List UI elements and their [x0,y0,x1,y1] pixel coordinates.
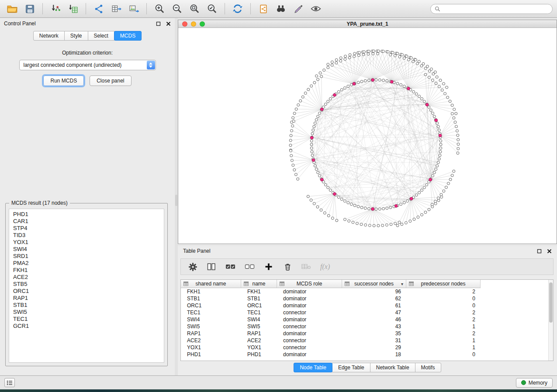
table-cell[interactable]: 31 [342,337,406,344]
table-row[interactable]: SWI4SWI4dominator462 [181,316,553,323]
import-network-button[interactable] [48,2,63,16]
table-row[interactable]: SWI5SWI5connector431 [181,323,553,330]
table-cell[interactable]: STB1 [241,295,277,302]
table-cell[interactable]: ORC1 [241,302,277,309]
optimization-criterion-select[interactable]: largest connected component (undirected) [19,60,156,70]
table-row[interactable]: TEC1TEC1connector472 [181,309,553,316]
table-cell[interactable]: 0 [406,295,481,302]
style-button[interactable] [291,2,306,16]
zoom-fit-button[interactable] [187,2,202,16]
table-settings-button[interactable] [188,261,197,272]
column-header-shared-name[interactable]: shared name [181,280,241,288]
table-cell[interactable]: 46 [342,316,406,323]
import-table-button[interactable] [65,2,81,16]
table-cell[interactable]: 2 [406,330,481,337]
mcds-result-item[interactable]: SWI4 [13,246,164,253]
table-cell[interactable]: dominator [277,302,342,309]
table-cell[interactable]: 29 [342,344,406,351]
table-cell[interactable]: SWI5 [181,323,241,330]
mcds-result-item[interactable]: STP4 [13,225,164,232]
table-cell[interactable]: YOX1 [181,344,241,351]
zoom-in-button[interactable] [152,2,167,16]
search-input[interactable] [443,6,548,12]
table-cell[interactable]: 43 [342,323,406,330]
show-panels-button[interactable] [4,378,15,387]
table-cell[interactable]: SWI4 [181,316,241,323]
table-cell[interactable]: dominator [277,288,342,295]
sort-arrow-icon[interactable]: ▾ [401,282,403,286]
mcds-result-item[interactable]: STB1 [13,302,164,309]
maximize-window-icon[interactable] [200,21,205,27]
table-cell[interactable]: ACE2 [241,337,277,344]
table-row[interactable]: STB1STB1dominator620 [181,295,553,302]
open-file-button[interactable] [4,2,20,16]
column-header-predecessor-nodes[interactable]: predecessor nodes [406,280,481,288]
table-cell[interactable]: 0 [406,302,481,309]
zoom-out-button[interactable] [169,2,185,16]
table-row[interactable]: RAP1RAP1dominator352 [181,330,553,337]
table-cell[interactable]: 2 [406,288,481,295]
table-cell[interactable]: FKH1 [181,288,241,295]
table-cell[interactable]: 2 [406,316,481,323]
table-row[interactable]: PHD1PHD1dominator180 [181,351,553,358]
table-cell[interactable]: TEC1 [241,309,277,316]
table-cell[interactable]: 1 [406,337,481,344]
column-header-MCDS-role[interactable]: MCDS role [277,280,342,288]
mcds-result-item[interactable]: PHD1 [13,211,164,218]
table-cell[interactable]: RAP1 [181,330,241,337]
tab-edge-table[interactable]: Edge Table [332,363,370,372]
close-panel-action-button[interactable]: Close panel [90,76,131,86]
export-network-button[interactable] [91,2,107,16]
table-cell[interactable]: 0 [406,351,481,358]
table-cell[interactable]: connector [277,337,342,344]
mcds-result-item[interactable]: PMA2 [13,260,164,267]
table-scrollbar[interactable] [548,280,553,361]
export-table-button[interactable] [108,2,124,16]
column-header-successor-nodes[interactable]: successor nodes▾ [342,280,406,288]
float-panel-button[interactable] [156,21,161,26]
clone-network-button[interactable] [256,2,271,16]
create-column-button[interactable] [264,261,273,272]
table-cell[interactable]: ACE2 [181,337,241,344]
table-cell[interactable]: dominator [277,351,342,358]
table-cell[interactable]: FKH1 [241,288,277,295]
search-field[interactable] [430,4,553,14]
save-button[interactable] [22,2,38,16]
mcds-result-item[interactable]: YOX1 [13,239,164,246]
splitter-handle[interactable] [175,195,177,206]
table-cell[interactable]: connector [277,309,342,316]
float-table-panel-button[interactable] [536,248,542,254]
delete-column-button[interactable] [283,261,292,272]
refresh-button[interactable] [230,2,246,16]
table-row[interactable]: YOX1YOX1connector291 [181,344,553,351]
table-row[interactable]: FKH1FKH1dominator962 [181,288,553,295]
table-cell[interactable]: 61 [342,302,406,309]
find-button[interactable] [273,2,289,16]
table-cell[interactable]: SWI4 [241,316,277,323]
memory-button[interactable]: Memory [516,378,553,388]
table-row[interactable]: ACE2ACE2connector311 [181,337,553,344]
table-cell[interactable]: RAP1 [241,330,277,337]
table-cell[interactable]: connector [277,323,342,330]
minimize-window-icon[interactable] [191,21,196,27]
tab-style[interactable]: Style [64,31,88,41]
mcds-result-item[interactable]: CAR1 [13,218,164,225]
table-cell[interactable]: 1 [406,344,481,351]
table-cell[interactable]: 62 [342,295,406,302]
tab-mcds[interactable]: MCDS [114,31,142,41]
table-cell[interactable]: dominator [277,316,342,323]
tab-motifs[interactable]: Motifs [415,363,441,372]
table-cell[interactable]: PHD1 [241,351,277,358]
table-cell[interactable]: 2 [406,309,481,316]
table-cell[interactable]: 47 [342,309,406,316]
zoom-selected-button[interactable] [204,2,220,16]
table-cell[interactable]: STB1 [181,295,241,302]
table-cell[interactable]: 96 [342,288,406,295]
close-panel-button[interactable] [166,21,171,26]
show-graphics-button[interactable] [308,2,324,16]
close-table-panel-button[interactable] [547,248,552,254]
deselect-all-button[interactable] [245,261,255,272]
tab-network-table[interactable]: Network Table [370,363,415,372]
table-cell[interactable]: dominator [277,330,342,337]
mcds-result-item[interactable]: FKH1 [13,267,164,274]
